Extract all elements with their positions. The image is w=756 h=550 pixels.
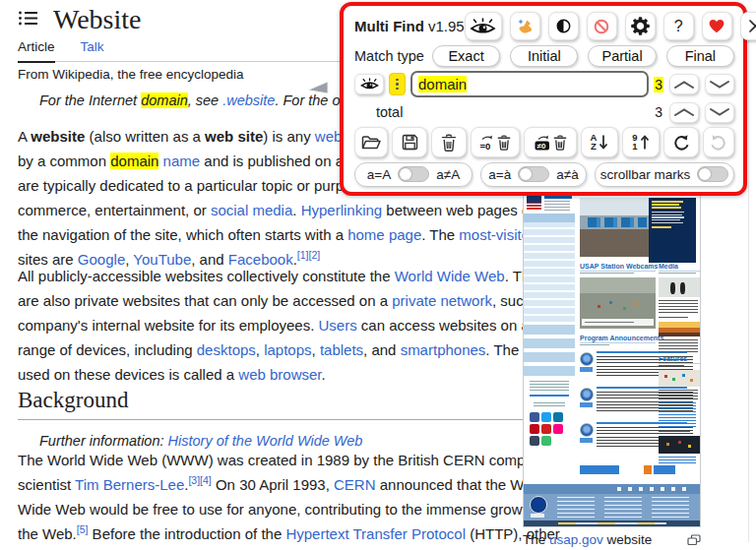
trash-icon [497, 135, 511, 151]
open-file-button[interactable] [354, 127, 388, 157]
case-sensitivity-toggle[interactable]: a=A a≠A [354, 162, 472, 187]
tap-select-button[interactable] [510, 12, 540, 40]
match-type-label: Match type [354, 48, 424, 64]
half-circle-icon [556, 19, 571, 33]
text-segment: For the Internet [39, 92, 141, 108]
text-segment: Before the introduction of the [88, 525, 285, 542]
text-line: are also private websites that can only … [18, 288, 564, 313]
next-match-button[interactable] [705, 74, 734, 94]
link[interactable]: CERN [334, 476, 376, 493]
link[interactable]: Users [319, 317, 357, 334]
link[interactable]: laptops [264, 341, 311, 358]
delete-button[interactable] [431, 127, 467, 157]
text-segment: used on these devices is called a [18, 366, 238, 383]
search-input[interactable]: domain [410, 71, 649, 97]
link[interactable]: name [163, 153, 201, 169]
nsf-logo [530, 496, 547, 514]
help-button[interactable]: ? [663, 12, 694, 40]
gear-icon [631, 17, 650, 35]
text-line: range of devices, including desktops, la… [18, 337, 564, 362]
accent-sensitivity-toggle[interactable]: a=à a≠à [480, 162, 587, 187]
sort-numeric-button[interactable]: 91 [622, 127, 660, 157]
total-prev-button[interactable] [669, 102, 699, 123]
text-segment: , see [188, 92, 222, 108]
text-segment: website [31, 128, 85, 145]
link[interactable]: .website [222, 92, 275, 108]
multi-find-popup: Multi Find v1.95 [340, 2, 747, 196]
search-term: domain [418, 76, 467, 92]
toggle-switch[interactable] [398, 166, 429, 182]
image-caption: The usap.gov website [523, 532, 701, 549]
future-usap-text [544, 196, 572, 199]
text-segment: , [312, 341, 320, 358]
paragraph-web: All publicly-accessible websites collect… [18, 264, 564, 387]
svg-text:=0: =0 [480, 140, 491, 151]
text-segment: All publicly-accessible websites collect… [18, 268, 395, 284]
tab-talk[interactable]: Talk [81, 39, 104, 54]
text-segment: domain [141, 92, 188, 108]
save-button[interactable] [392, 127, 427, 157]
usap-flag-logo [527, 196, 541, 211]
match-type-exact[interactable]: Exact [432, 45, 500, 67]
link[interactable]: web browser [238, 366, 321, 383]
contents-icon[interactable] [18, 10, 38, 31]
usap-news-panel [649, 198, 696, 263]
nonzero-count-icon: ≠0 [535, 134, 551, 152]
term-menu-button[interactable] [389, 73, 406, 95]
settings-button[interactable] [625, 12, 656, 40]
link[interactable]: desktops [197, 341, 256, 358]
link[interactable]: Hypertext Transfer Protocol [285, 525, 466, 542]
scrollbar-marks-toggle[interactable]: scrollbar marks [595, 162, 734, 187]
link[interactable]: home page [347, 226, 421, 243]
disable-button[interactable] [587, 12, 617, 40]
link[interactable]: social media [211, 202, 292, 218]
link[interactable]: Hyperlinking [301, 202, 383, 218]
pointing-hand-icon [517, 18, 534, 34]
sort-az-button[interactable]: AZ [581, 127, 618, 157]
delete-nonzero-button[interactable]: ≠0 [524, 127, 577, 157]
trash-icon [441, 134, 457, 152]
sort-numeric-icon: 91 [632, 134, 649, 151]
text-segment: scientist [18, 476, 75, 493]
undo-button[interactable] [663, 127, 699, 157]
save-icon [402, 134, 418, 151]
text-segment[interactable]: [1][2] [297, 249, 320, 261]
contrast-button[interactable] [548, 12, 579, 40]
link[interactable]: smartphones [401, 341, 486, 358]
text-segment: The [523, 532, 549, 547]
enlarge-icon[interactable] [687, 534, 701, 549]
text-segment[interactable]: [5] [77, 523, 89, 535]
close-icon [748, 19, 756, 33]
question-mark-icon: ? [674, 18, 683, 35]
toggle-switch[interactable] [697, 166, 728, 182]
term-eye-button[interactable] [354, 74, 384, 94]
redo-button[interactable] [703, 127, 734, 157]
announcements-heading: Program Announcements [580, 335, 656, 343]
tab-article[interactable]: Article [18, 39, 55, 63]
delete-zero-button[interactable]: =0 [471, 127, 520, 157]
match-type-partial[interactable]: Partial [588, 45, 656, 67]
match-type-row: Match type ExactInitialPartialFinal [354, 45, 734, 67]
favorite-button[interactable] [702, 12, 732, 40]
link[interactable]: usap.gov [549, 532, 603, 547]
link[interactable]: private network [392, 292, 492, 309]
match-type-initial[interactable]: Initial [510, 45, 578, 67]
link[interactable]: tablets [320, 341, 363, 358]
link[interactable]: History of the World Wide Web [168, 433, 363, 449]
match-type-final[interactable]: Final [666, 45, 734, 67]
webcams-heading: USAP Station Webcams [580, 263, 656, 272]
chevron-up-icon [673, 80, 695, 90]
toggle-switch[interactable] [518, 166, 549, 182]
text-segment: range of devices, including [18, 341, 197, 358]
close-button[interactable] [740, 12, 756, 40]
total-next-button[interactable] [705, 102, 734, 123]
link[interactable]: World Wide Web [395, 268, 505, 284]
chevron-down-icon [709, 107, 730, 117]
prev-match-button[interactable] [669, 74, 699, 94]
thumbnail-image[interactable]: USAP Station Webcams Program Announcemen… [523, 181, 701, 527]
link[interactable]: Tim Berners-Lee [75, 476, 184, 493]
text-segment: domain [110, 153, 158, 169]
text-segment: ) is any [263, 128, 315, 145]
highlight-all-eye-button[interactable] [465, 12, 502, 40]
text-segment[interactable]: [3][4] [188, 474, 211, 486]
